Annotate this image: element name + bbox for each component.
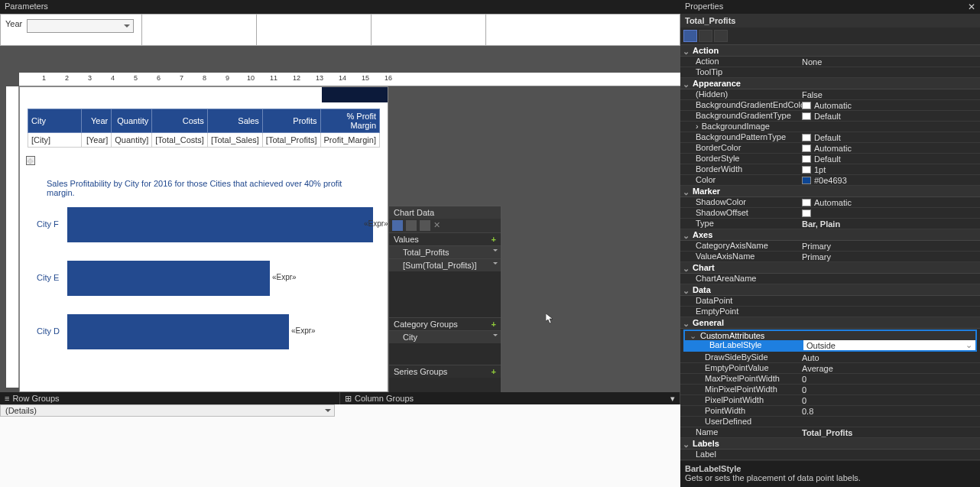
bar-e[interactable] — [67, 261, 270, 296]
bar-row-e: City E «Expr» — [43, 252, 380, 305]
value-item[interactable]: Total_Profits — [389, 245, 501, 258]
chart-data-panel[interactable]: Chart Data ✕ Values + Total_Profits [Sum… — [388, 206, 501, 400]
cat-labels[interactable]: ⌄Labels — [680, 438, 980, 450]
parameters-body: Year — [0, 14, 680, 46]
add-category-button[interactable]: + — [492, 320, 496, 329]
cat-axes[interactable]: ⌄Axes — [680, 229, 980, 241]
property-description: BarLabelStyle Gets or sets the placement… — [680, 461, 980, 487]
bar-d[interactable] — [67, 314, 289, 349]
horizontal-ruler: 1 2 3 4 5 6 7 8 9 10 11 12 13 14 15 16 — [19, 73, 680, 86]
column-groups-header[interactable]: ⊞ Column Groups ▾ — [340, 392, 680, 404]
chevron-down-icon[interactable]: ⌄ — [965, 340, 972, 350]
data-table[interactable]: City Year Quantity Costs Sales Profits %… — [28, 109, 380, 148]
series-section: Series Groups + — [389, 365, 501, 378]
chart-data-title[interactable]: Chart Data — [389, 206, 501, 219]
parameters-title: Parameters — [0, 0, 680, 14]
chevron-down-icon[interactable]: ▾ — [670, 394, 675, 404]
properties-panel: Properties ✕ Total_Profits ⌄Action Actio… — [680, 0, 980, 487]
gear-icon[interactable] — [406, 220, 417, 231]
param-year-label: Year — [5, 19, 22, 28]
filter-icon[interactable] — [420, 220, 430, 231]
cat-data[interactable]: ⌄Data — [680, 284, 980, 296]
header-block — [322, 87, 388, 102]
param-empty-2[interactable] — [257, 15, 372, 45]
value-agg[interactable]: [Sum(Total_Profits)] — [389, 258, 501, 271]
groups-header: ≡ Row Groups ⊞ Column Groups ▾ — [0, 392, 680, 404]
custom-attributes-highlight: ⌄CustomAttributes BarLabelStyle Outside⌄ — [683, 330, 977, 352]
vertical-ruler — [6, 86, 19, 388]
cat-marker[interactable]: ⌄Marker — [680, 186, 980, 197]
row-groups-header[interactable]: ≡ Row Groups — [0, 392, 340, 404]
parameters-panel: Parameters Year — [0, 0, 680, 46]
cat-action[interactable]: ⌄Action — [680, 45, 980, 57]
add-series-button[interactable]: + — [492, 367, 496, 376]
property-grid[interactable]: ⌄Action ActionNone ToolTip ⌄Appearance (… — [680, 45, 980, 461]
param-year-select[interactable] — [27, 19, 134, 33]
bar-row-d: City D «Expr» — [43, 305, 380, 359]
values-section: Values + — [389, 232, 501, 245]
design-surface: 1 2 3 4 5 6 7 8 9 10 11 12 13 14 15 16 C… — [0, 46, 680, 487]
bar-row-f: City F «Expr» — [43, 198, 380, 252]
report-canvas[interactable]: City Year Quantity Costs Sales Profits %… — [19, 86, 388, 392]
cat-appearance[interactable]: ⌄Appearance — [680, 78, 980, 89]
category-item[interactable]: City — [389, 330, 501, 343]
rows-icon: ≡ — [5, 394, 9, 403]
cat-chart[interactable]: ⌄Chart — [680, 262, 980, 274]
cat-custom[interactable]: ⌄CustomAttributes — [685, 331, 975, 340]
param-year-cell: Year — [1, 15, 142, 45]
category-section: Category Groups + — [389, 317, 501, 330]
bar-f[interactable] — [67, 207, 373, 242]
add-value-button[interactable]: + — [492, 235, 496, 244]
properties-title-bar: Properties ✕ — [680, 0, 980, 14]
close-icon[interactable]: ✕ — [433, 220, 444, 231]
move-handle-icon[interactable]: ✥ — [26, 156, 35, 165]
chart-area[interactable]: City F «Expr» City E «Expr» City D «Expr… — [43, 198, 380, 391]
table-header-row: City Year Quantity Costs Sales Profits %… — [28, 109, 380, 133]
chart-title[interactable]: Sales Profitability by City for 2016 for… — [47, 179, 365, 197]
alphabetical-button[interactable] — [699, 30, 712, 42]
properties-toolbar — [680, 28, 980, 45]
param-empty-3[interactable] — [372, 15, 486, 45]
grid-icon[interactable] — [392, 220, 403, 231]
selected-object-name[interactable]: Total_Profits — [680, 14, 980, 28]
categorized-button[interactable] — [683, 30, 697, 42]
table-data-row: [City] [Year] Quantity] [Total_Costs] [T… — [28, 133, 380, 148]
property-pages-button[interactable] — [714, 30, 728, 42]
groups-panel: ≡ Row Groups ⊞ Column Groups ▾ (Details) — [0, 392, 680, 487]
columns-icon: ⊞ — [345, 394, 352, 404]
close-icon[interactable]: ✕ — [968, 2, 975, 12]
barlabelstyle-row[interactable]: BarLabelStyle Outside⌄ — [685, 340, 975, 350]
chart-data-toolbar: ✕ — [389, 219, 501, 232]
param-empty-1[interactable] — [142, 15, 257, 45]
details-group[interactable]: (Details) — [0, 404, 335, 417]
cat-general[interactable]: ⌄General — [680, 317, 980, 329]
